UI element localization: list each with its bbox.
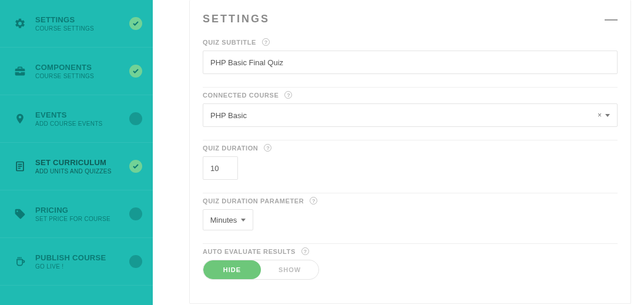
cup-icon	[13, 256, 27, 267]
sidebar-item-texts: SET CURRICULUM ADD UNITS AND QUIZZES	[35, 158, 129, 175]
sidebar-item-title: SETTINGS	[35, 15, 129, 24]
status-check-icon	[129, 160, 142, 173]
sidebar-item-texts: PRICING SET PRICE FOR COURSE	[35, 206, 129, 222]
sidebar-item-texts: EVENTS ADD COURSE EVENTS	[35, 110, 129, 127]
main-content: SETTINGS — QUIZ SUBTITLE ? CONNECTED COU…	[153, 0, 644, 305]
field-quiz-subtitle: QUIZ SUBTITLE ?	[203, 38, 618, 74]
sidebar-item-set-curriculum[interactable]: SET CURRICULUM ADD UNITS AND QUIZZES	[0, 143, 153, 190]
help-icon[interactable]: ?	[301, 247, 309, 255]
toolbox-icon	[13, 65, 27, 77]
chevron-down-icon[interactable]	[605, 114, 610, 117]
sidebar-item-sub: COURSE SETTINGS	[35, 73, 129, 79]
select-value: PHP Basic	[210, 111, 247, 120]
field-label: QUIZ SUBTITLE	[203, 39, 256, 46]
help-icon[interactable]: ?	[264, 144, 271, 152]
sidebar-item-title: COMPONENTS	[35, 63, 129, 72]
gears-icon	[13, 18, 27, 29]
status-dot-icon	[129, 255, 142, 268]
sidebar-item-title: PRICING	[35, 206, 129, 214]
sidebar-item-sub: ADD UNITS AND QUIZZES	[35, 168, 129, 175]
quiz-duration-parameter-select[interactable]: Minutes	[203, 209, 253, 230]
field-quiz-duration: QUIZ DURATION ?	[203, 140, 618, 180]
panel-title: SETTINGS	[203, 13, 270, 25]
quiz-subtitle-input[interactable]	[203, 51, 618, 74]
document-icon	[13, 160, 27, 172]
sidebar: SETTINGS COURSE SETTINGS COMPONENTS COUR…	[0, 0, 153, 305]
field-label: CONNECTED COURSE	[203, 92, 279, 99]
settings-panel: SETTINGS — QUIZ SUBTITLE ? CONNECTED COU…	[189, 0, 631, 304]
sidebar-item-sub: COURSE SETTINGS	[35, 25, 129, 32]
clear-icon[interactable]: ×	[598, 111, 602, 119]
sidebar-item-texts: SETTINGS COURSE SETTINGS	[35, 15, 129, 32]
field-label: QUIZ DURATION	[203, 145, 258, 152]
field-label-row: QUIZ DURATION ?	[203, 144, 618, 152]
auto-evaluate-toggle[interactable]: HIDE SHOW	[203, 260, 319, 280]
status-dot-icon	[129, 207, 142, 220]
collapse-icon[interactable]: —	[605, 16, 618, 22]
sidebar-item-components[interactable]: COMPONENTS COURSE SETTINGS	[0, 48, 153, 95]
sidebar-item-publish-course[interactable]: PUBLISH COURSE GO LIVE !	[0, 238, 153, 286]
panel-header: SETTINGS —	[190, 0, 630, 36]
sidebar-item-pricing[interactable]: PRICING SET PRICE FOR COURSE	[0, 190, 153, 238]
map-pin-icon	[13, 113, 27, 125]
field-label: AUTO EVALUATE RESULTS	[203, 248, 296, 255]
sidebar-item-texts: PUBLISH COURSE GO LIVE !	[35, 253, 129, 270]
field-auto-evaluate: AUTO EVALUATE RESULTS ? HIDE SHOW	[203, 243, 618, 280]
sidebar-item-title: PUBLISH COURSE	[35, 253, 129, 262]
toggle-show[interactable]: SHOW	[261, 260, 318, 279]
field-connected-course: CONNECTED COURSE ? PHP Basic ×	[203, 87, 618, 127]
field-label-row: CONNECTED COURSE ?	[203, 91, 618, 99]
sidebar-item-sub: ADD COURSE EVENTS	[35, 120, 129, 127]
sidebar-item-sub: GO LIVE !	[35, 263, 129, 270]
help-icon[interactable]: ?	[284, 91, 292, 99]
sidebar-item-texts: COMPONENTS COURSE SETTINGS	[35, 63, 129, 79]
sidebar-item-title: SET CURRICULUM	[35, 158, 129, 167]
status-check-icon	[129, 17, 142, 30]
field-label: QUIZ DURATION PARAMETER	[203, 197, 304, 205]
connected-course-select[interactable]: PHP Basic ×	[203, 103, 618, 127]
status-check-icon	[129, 65, 142, 78]
price-tag-icon	[13, 208, 27, 220]
field-label-row: QUIZ SUBTITLE ?	[203, 38, 618, 46]
sidebar-item-title: EVENTS	[35, 110, 129, 119]
panel-body: QUIZ SUBTITLE ? CONNECTED COURSE ? PHP B…	[190, 36, 630, 303]
status-dot-icon	[129, 112, 142, 125]
select-value: Minutes	[210, 216, 237, 224]
field-label-row: AUTO EVALUATE RESULTS ?	[203, 247, 618, 255]
sidebar-item-sub: SET PRICE FOR COURSE	[35, 216, 129, 222]
sidebar-item-settings[interactable]: SETTINGS COURSE SETTINGS	[0, 0, 153, 48]
sidebar-item-events[interactable]: EVENTS ADD COURSE EVENTS	[0, 95, 153, 143]
quiz-duration-input[interactable]	[203, 156, 238, 180]
help-icon[interactable]: ?	[262, 38, 270, 46]
help-icon[interactable]: ?	[310, 197, 317, 205]
select-actions: ×	[598, 111, 610, 119]
field-quiz-duration-parameter: QUIZ DURATION PARAMETER ? Minutes	[203, 193, 618, 230]
toggle-hide[interactable]: HIDE	[203, 260, 261, 279]
chevron-down-icon	[241, 219, 246, 222]
field-label-row: QUIZ DURATION PARAMETER ?	[203, 197, 618, 205]
